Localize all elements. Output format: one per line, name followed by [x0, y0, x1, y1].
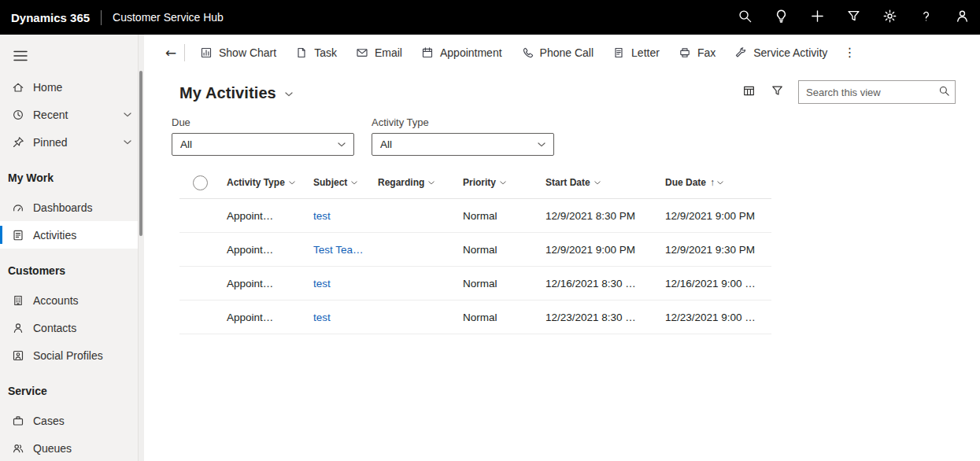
topbar-suggestions-button[interactable] [763, 0, 799, 35]
cell-due-date: 12/16/2021 9:00 … [659, 278, 771, 290]
edit-columns-icon [742, 84, 756, 100]
sidebar-item-activities[interactable]: Activities [0, 221, 144, 249]
view-selector[interactable]: My Activities [179, 84, 293, 102]
cases-icon [12, 415, 24, 427]
activity-type-filter: Activity Type All [372, 116, 554, 156]
search-icon [738, 9, 753, 26]
page-title: My Activities [179, 84, 276, 102]
new-letter-button[interactable]: Letter [603, 39, 669, 66]
topbar-help-button[interactable] [908, 0, 944, 35]
app-window: Dynamics 365 Customer Service Hub Home [0, 0, 980, 461]
topbar-account-button[interactable] [944, 0, 980, 35]
search-icon[interactable] [933, 81, 955, 103]
cell-due-date: 12/23/2021 9:00 … [659, 312, 771, 323]
column-header-regarding[interactable]: Regarding [372, 177, 457, 188]
dynamics-365-logo[interactable]: Dynamics 365 [0, 11, 90, 24]
accounts-icon [12, 294, 24, 307]
sidebar-item-recent[interactable]: Recent [0, 101, 144, 128]
column-header-activity-type[interactable]: Activity Type [220, 177, 307, 188]
sidebar-scrollbar[interactable] [138, 35, 144, 461]
column-header-priority[interactable]: Priority [457, 177, 539, 188]
activity-type-filter-dropdown[interactable]: All [372, 133, 554, 156]
sort-ascending-icon: ↑ [710, 177, 715, 188]
topbar-quick-create-button[interactable] [799, 0, 835, 35]
new-email-button[interactable]: Email [346, 39, 412, 66]
column-header-due-date[interactable]: Due Date ↑ [659, 177, 771, 188]
edit-filters-button[interactable] [764, 80, 790, 104]
filter-icon [846, 9, 861, 26]
topbar-filter-button[interactable] [835, 0, 871, 35]
chevron-down-icon [717, 181, 723, 185]
cell-due-date: 12/9/2021 9:00 PM [659, 210, 771, 222]
command-label: Fax [697, 46, 716, 59]
table-row[interactable]: Appoint… test Normal 12/23/2021 8:30 … 1… [179, 301, 771, 334]
chart-icon [200, 46, 213, 59]
new-appointment-button[interactable]: Appointment [412, 39, 512, 66]
chevron-down-icon [428, 181, 435, 185]
new-phone-call-button[interactable]: Phone Call [512, 39, 604, 66]
due-filter-dropdown[interactable]: All [172, 133, 354, 156]
new-task-button[interactable]: Task [286, 39, 346, 66]
sidebar-item-contacts[interactable]: Contacts [0, 314, 144, 341]
person-icon [955, 9, 970, 26]
column-label: Priority [463, 177, 496, 188]
cell-activity-type: Appoint… [220, 312, 307, 323]
sidebar-item-dashboards[interactable]: Dashboards [0, 194, 144, 221]
sidebar-item-queues[interactable]: Queues [0, 434, 144, 461]
column-label: Activity Type [227, 177, 285, 188]
site-map-sidebar: Home Recent Pinned My Work Dashboards Ac… [0, 35, 144, 461]
chevron-down-icon [285, 92, 293, 97]
chevron-down-icon[interactable] [124, 112, 131, 117]
contacts-icon [12, 322, 24, 334]
gear-icon [882, 9, 897, 26]
column-header-subject[interactable]: Subject [307, 177, 372, 188]
select-all-cell [179, 175, 220, 190]
topbar-settings-button[interactable] [871, 0, 908, 35]
sidebar-item-label: Home [33, 81, 62, 94]
cell-activity-type: Appoint… [220, 210, 307, 222]
sidebar-item-pinned[interactable]: Pinned [0, 128, 144, 156]
table-row[interactable]: Appoint… Test Tea… Normal 12/9/2021 9:00… [179, 233, 771, 267]
chevron-down-icon [538, 142, 545, 147]
sitemap-collapse-button[interactable] [10, 46, 31, 67]
sidebar-item-home[interactable]: Home [0, 73, 144, 101]
cell-priority: Normal [457, 210, 539, 222]
magnifier-icon [938, 85, 950, 100]
sidebar-item-accounts[interactable]: Accounts [0, 286, 144, 314]
cell-activity-type: Appoint… [220, 244, 307, 256]
cell-subject-link[interactable]: test [307, 210, 372, 222]
app-name[interactable]: Customer Service Hub [113, 11, 224, 24]
cell-subject-link[interactable]: Test Tea… [307, 244, 372, 256]
back-arrow-icon: ← [165, 46, 176, 60]
new-fax-button[interactable]: Fax [669, 39, 725, 66]
topbar-divider [101, 10, 102, 25]
new-service-activity-button[interactable]: Service Activity [725, 39, 837, 66]
sidebar-item-social-profiles[interactable]: Social Profiles [0, 341, 144, 369]
table-row[interactable]: Appoint… test Normal 12/16/2021 8:30 … 1… [179, 267, 771, 301]
cell-subject-link[interactable]: test [307, 312, 372, 323]
table-row[interactable]: Appoint… test Normal 12/9/2021 8:30 PM 1… [179, 199, 771, 233]
column-header-start-date[interactable]: Start Date [539, 177, 659, 188]
search-view-input[interactable] [799, 87, 933, 98]
chevron-down-icon[interactable] [124, 140, 131, 145]
cell-due-date: 12/9/2021 9:30 PM [659, 244, 771, 256]
back-button[interactable]: ← [160, 41, 182, 65]
topbar-search-button[interactable] [727, 0, 763, 35]
due-filter-value: All [180, 138, 192, 150]
sidebar-section-my-work: My Work [0, 156, 144, 194]
sidebar-item-cases[interactable]: Cases [0, 407, 144, 434]
select-all-checkbox[interactable] [193, 175, 208, 190]
sidebar-scrollbar-thumb[interactable] [139, 71, 142, 236]
sidebar-item-label: Recent [33, 109, 68, 121]
column-label: Start Date [545, 177, 590, 188]
activities-icon [12, 229, 24, 242]
letter-icon [612, 46, 625, 59]
show-chart-button[interactable]: Show Chart [190, 39, 286, 66]
chevron-down-icon [338, 142, 346, 147]
command-label: Service Activity [753, 46, 827, 59]
command-overflow-button[interactable]: ⋮ [837, 39, 862, 66]
cell-subject-link[interactable]: test [307, 278, 372, 290]
edit-columns-button[interactable] [735, 80, 762, 104]
cell-priority: Normal [457, 244, 539, 256]
service-activity-icon [734, 46, 747, 59]
